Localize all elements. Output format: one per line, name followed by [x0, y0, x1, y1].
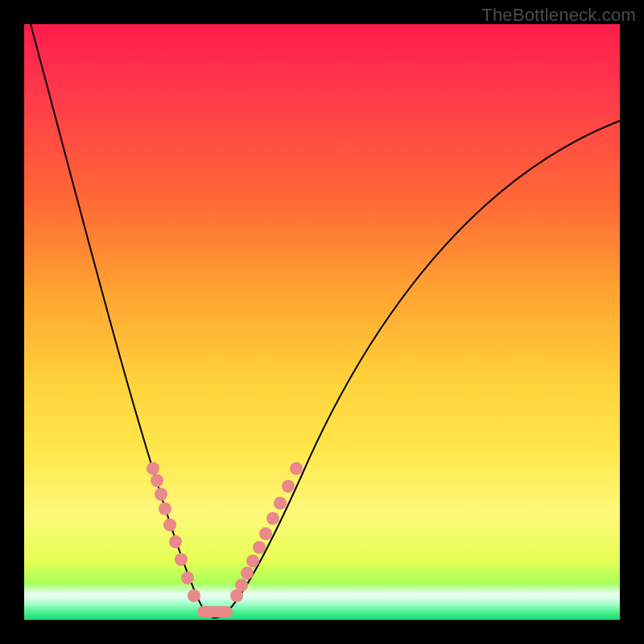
marker-dot — [155, 488, 167, 501]
marker-dot — [282, 480, 295, 493]
curve-svg — [24, 24, 620, 620]
marker-dot — [147, 462, 159, 475]
marker-dot — [188, 589, 200, 602]
outer-frame: TheBottleneck.com — [0, 0, 644, 644]
marker-dot — [151, 474, 163, 487]
attribution-label: TheBottleneck.com — [481, 5, 636, 26]
plot-area — [24, 24, 620, 620]
marker-dot — [159, 502, 171, 515]
marker-dot — [163, 518, 176, 531]
marker-dot — [290, 462, 303, 475]
marker-dot — [246, 555, 259, 568]
marker-dot — [266, 512, 279, 525]
marker-dot — [259, 527, 272, 540]
marker-dot — [241, 567, 254, 580]
marker-dot — [175, 553, 188, 566]
bottleneck-curve — [31, 24, 620, 617]
marker-dot — [235, 579, 248, 592]
markers-right-group — [230, 462, 303, 602]
marker-dot — [274, 497, 287, 510]
marker-dot — [181, 572, 194, 584]
marker-dot — [169, 535, 182, 548]
marker-dot — [253, 541, 266, 554]
